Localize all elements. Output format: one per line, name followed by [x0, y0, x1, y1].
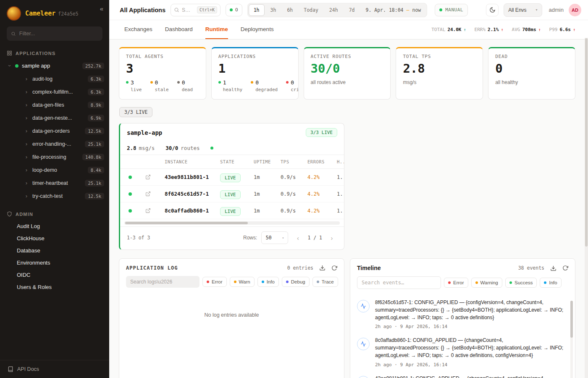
filter-chip-trace[interactable]: Trace	[312, 277, 338, 287]
sidebar-item-file-processing[interactable]: ›file-processing140.8k	[0, 150, 109, 163]
date-range-display[interactable]: 9. Apr. 18:04 — now	[361, 7, 426, 13]
sidebar-item-sample-app[interactable]: › sample app 252.7k	[0, 59, 109, 72]
dark-mode-toggle[interactable]	[486, 4, 499, 16]
sidebar-item-data-gen-files[interactable]: ›data-gen-files8.9k	[0, 98, 109, 111]
sidebar-item-environments[interactable]: Environments	[0, 257, 109, 269]
status-dot	[218, 81, 221, 84]
sidebar-item-data-gen-nested[interactable]: ›data-gen-neste...6.9k	[0, 111, 109, 124]
filter-chip-debug[interactable]: Debug	[282, 277, 310, 287]
error-dot	[448, 281, 451, 284]
external-link-icon[interactable]	[140, 174, 155, 180]
online-status-pill[interactable]: O	[226, 4, 242, 16]
scrollbar-thumb[interactable]	[585, 38, 588, 247]
trend-up-icon: ↑	[573, 27, 575, 32]
user-avatar[interactable]: AD	[569, 4, 581, 16]
sidebar-item-try-catch-test[interactable]: ›try-catch-test12.5k	[0, 189, 109, 202]
page-indicator: 1 / 1	[307, 235, 322, 241]
event-message: 8c0affadb860-1: CONFIG_APPLIED — {change…	[375, 337, 565, 359]
manual-mode-button[interactable]: MANUAL	[435, 4, 468, 16]
breakdown-value: 0	[255, 79, 259, 86]
sidebar-item-audit-log[interactable]: ›audit-log6.3k	[0, 72, 109, 85]
sidebar-item-complex-fulfillment[interactable]: ›complex-fulfillm...6.3k	[0, 85, 109, 98]
tabs-bar: Exchanges Dashboard Runtime Deployments …	[109, 20, 588, 39]
download-icon[interactable]	[319, 265, 326, 271]
time-range-7d[interactable]: 7d	[344, 4, 360, 16]
next-page-button[interactable]: ›	[326, 232, 337, 243]
tree-item-label: audit-log	[32, 76, 52, 82]
refresh-icon[interactable]	[331, 265, 337, 271]
filter-chip-error[interactable]: Error	[202, 277, 227, 287]
timeline-event[interactable]: 8f6245c61d57-1: CONFIG_APPLIED — {config…	[357, 295, 565, 333]
download-icon[interactable]	[550, 265, 556, 271]
tab-runtime[interactable]: Runtime	[205, 20, 228, 39]
timeline-event[interactable]: 8c0affadb860-1: CONFIG_APPLIED — {change…	[357, 333, 565, 370]
manual-mode-label: MANUAL	[445, 7, 463, 13]
tab-deployments[interactable]: Deployments	[241, 20, 274, 39]
pagination-controls: Rows: 50 ▾ ‹ 1 / 1 ›	[243, 231, 337, 244]
time-range-today[interactable]: Today	[299, 4, 323, 16]
sidebar-item-error-handling[interactable]: ›error-handling-...25.1k	[0, 137, 109, 150]
timeline-search-input[interactable]	[357, 276, 441, 289]
filter-chip-success[interactable]: Success	[505, 278, 537, 288]
tab-dashboard[interactable]: Dashboard	[165, 20, 193, 39]
environment-select[interactable]: All Envs ▾	[504, 3, 542, 17]
sidebar-collapse-icon[interactable]: «	[100, 5, 103, 12]
filter-chip-info[interactable]: Info	[540, 278, 561, 288]
chevron-down-icon: ›	[7, 64, 13, 68]
sidebar-item-oidc[interactable]: OIDC	[0, 269, 109, 281]
time-range-6h[interactable]: 6h	[282, 4, 298, 16]
time-range-3h[interactable]: 3h	[265, 4, 281, 16]
search-shortcut-kbd: Ctrl+K	[197, 6, 217, 13]
sidebar-filter[interactable]	[7, 26, 102, 41]
sidebar-item-data-gen-orders[interactable]: ›data-gen-orders12.5k	[0, 124, 109, 137]
external-link-icon[interactable]	[140, 191, 155, 197]
filter-chip-warn[interactable]: Warn	[230, 277, 255, 287]
global-search[interactable]: S… Ctrl+K	[171, 4, 220, 16]
filter-chip-warning[interactable]: Warning	[471, 278, 502, 288]
event-message: 8f6245c61d57-1: CONFIG_APPLIED — {config…	[375, 299, 565, 321]
table-row[interactable]: 8c0affadb860-1 LIVE 1m 0.9/s 4.2% 1...	[120, 202, 344, 219]
event-timestamp: 2h ago · 9 Apr 2026, 16:14	[375, 324, 565, 329]
breakdown-dead: 0 dead	[177, 79, 193, 92]
chip-label: Info	[267, 279, 275, 284]
rows-per-page-select[interactable]: 50 ▾	[261, 231, 288, 244]
api-docs-link[interactable]: API Docs	[0, 360, 109, 378]
sidebar-item-database[interactable]: Database	[0, 244, 109, 257]
stat-label: AVG	[512, 27, 520, 32]
breakdown-label: degraded	[251, 87, 278, 92]
sidebar-item-loop-demo[interactable]: ›loop-demo8.4k	[0, 163, 109, 176]
timeline-event[interactable]: 43ee9811b801-1: CONFIG_APPLIED — {change…	[357, 371, 565, 378]
topbar: All Applications S… Ctrl+K O 1h 3h 6h To…	[109, 0, 588, 20]
tab-exchanges[interactable]: Exchanges	[124, 20, 152, 39]
filter-chip-error[interactable]: Error	[444, 278, 468, 288]
chip-label: Error	[212, 279, 223, 284]
page-scrollbar[interactable]	[585, 38, 588, 378]
trend-up-icon: ↑	[464, 27, 466, 32]
card-breakdown: 1 healthy 0 degraded 0 critical	[218, 79, 291, 92]
breakdown-label: dead	[177, 87, 193, 92]
horizontal-scrollbar[interactable]	[124, 221, 340, 225]
time-range-24h[interactable]: 24h	[324, 4, 343, 16]
scrollbar-thumb[interactable]	[570, 301, 573, 338]
prev-page-button[interactable]: ‹	[292, 232, 303, 243]
log-search-input[interactable]	[126, 276, 200, 288]
time-range-1h[interactable]: 1h	[249, 4, 265, 16]
external-link-icon[interactable]	[140, 208, 155, 213]
filter-chip-info[interactable]: Info	[257, 277, 279, 287]
scrollbar-thumb[interactable]	[125, 222, 248, 224]
refresh-icon[interactable]	[562, 265, 568, 271]
table-row[interactable]: 8f6245c61d57-1 LIVE 1m 0.9/s 4.2% 1...	[120, 186, 344, 202]
filter-input[interactable]	[19, 31, 98, 37]
summary-stats: TOTAL 24.0K ↑ ERR% 2.1% ↑ AVG 708ms ↑ P9…	[431, 20, 575, 39]
card-label: TOTAL AGENTS	[126, 54, 199, 59]
sidebar-item-clickhouse[interactable]: ClickHouse	[0, 232, 109, 244]
column-tps: TPS	[281, 159, 307, 164]
sidebar-item-timer-heartbeat[interactable]: ›timer-heartbeat25.1k	[0, 176, 109, 189]
table-row[interactable]: 43ee9811b801-1 LIVE 1m 0.9/s 4.2% 1...	[120, 169, 344, 186]
stat-total: TOTAL 24.0K ↑	[431, 27, 466, 32]
sidebar-item-users-roles[interactable]: Users & Roles	[0, 281, 109, 293]
uptime-value: 1m	[254, 191, 281, 197]
sidebar-item-audit-log-admin[interactable]: Audit Log	[0, 220, 109, 232]
timeline-scrollbar[interactable]	[570, 301, 573, 378]
time-range-control: 1h 3h 6h Today 24h 7d 9. Apr. 18:04 — no…	[247, 3, 428, 17]
